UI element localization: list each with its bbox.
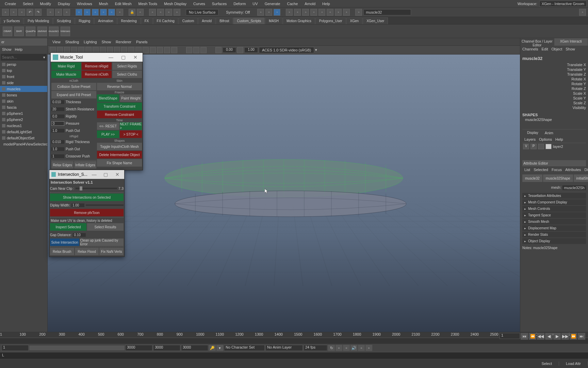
cb-edit[interactable]: Edit	[541, 47, 548, 51]
ae-initial-tab[interactable]: initialSh	[574, 174, 588, 182]
dwidth-field[interactable]: 1.00	[71, 203, 84, 207]
vp-film-icon[interactable]	[78, 47, 84, 53]
outliner-item[interactable]: bones	[0, 92, 47, 98]
vp-panels[interactable]: Panels	[136, 40, 148, 44]
shelf-tab-bifrost[interactable]: Bifrost	[216, 17, 233, 24]
menu-uv[interactable]: UV	[249, 2, 261, 6]
vp-grid-icon[interactable]	[71, 47, 77, 53]
ae-focus[interactable]: Focus	[552, 168, 562, 172]
make-live-icon[interactable]: ▫	[116, 9, 123, 16]
dropdown-icon[interactable]: ▾	[315, 48, 317, 52]
intersection-window[interactable]: Intersection_S... — ▢ ✕ Intersection Sol…	[49, 170, 125, 257]
outliner-item[interactable]: side	[0, 80, 47, 86]
menu-cache[interactable]: Cache	[284, 2, 301, 6]
render-view-icon[interactable]: ▫	[174, 9, 180, 16]
ipr-icon[interactable]: ▫	[157, 9, 164, 16]
attr-ty[interactable]: Translate Y	[522, 67, 586, 72]
vp-shading[interactable]: Shading	[65, 40, 79, 44]
symmetry-dropdown[interactable]: Symmetry: Off	[224, 10, 252, 14]
outliner-help[interactable]: Help	[15, 47, 23, 51]
cam-slider[interactable]	[76, 188, 117, 189]
end-frame-field[interactable]: 3000	[125, 345, 152, 351]
cb-object[interactable]: Object	[551, 47, 562, 51]
thickness-field[interactable]: 0.010	[51, 100, 64, 104]
attr-rz[interactable]: Rotate Z	[522, 86, 586, 91]
shelf-tab-custom[interactable]: Custom	[179, 17, 198, 24]
cleanup-button[interactable]: Clean up junk Caused by Error	[80, 239, 124, 246]
shelf-tab-polyuser[interactable]: Polygons_User	[315, 17, 346, 24]
muscle-tool-window[interactable]: Muscle_Tool — ▢ ✕ Make Rigid Remove nRig…	[50, 52, 143, 170]
shelf-tab-surfaces[interactable]: y Surfaces	[0, 17, 23, 24]
shelf-tab-mash[interactable]: MASH	[265, 17, 282, 24]
fix-nan-button[interactable]: Fix NaN Verts	[99, 248, 124, 255]
vp-iso2-icon[interactable]	[193, 47, 199, 53]
cube-icon[interactable]: ▫	[579, 9, 586, 16]
menu-curves[interactable]: Curves	[190, 2, 209, 6]
remove-constraint-button[interactable]: Remove Constraint	[97, 111, 142, 118]
outliner-item[interactable]: fascia	[0, 104, 47, 110]
outliner-item[interactable]: defaultLightSet	[0, 129, 47, 135]
open-scene-icon[interactable]: ▫	[10, 9, 17, 16]
intersection-titlebar[interactable]: Intersection_S... — ▢ ✕	[49, 170, 124, 179]
tb2-icon[interactable]: ▫	[294, 9, 301, 16]
fix-shape-button[interactable]: Fix Shape Name	[97, 159, 142, 167]
transform-constraint-button[interactable]: Transform Constraint	[97, 103, 142, 110]
paint-tool-icon[interactable]: ▫	[63, 9, 70, 16]
sec-tangent[interactable]: Tangent Space	[522, 212, 586, 218]
dwidth-slider[interactable]	[86, 204, 124, 206]
tb7-icon[interactable]: ▫	[335, 9, 342, 16]
layer-vis-toggle[interactable]: V	[523, 144, 529, 149]
cb-show[interactable]: Show	[566, 47, 575, 51]
ae-node-tab[interactable]: muscle32	[522, 174, 542, 182]
play-fwd-icon[interactable]: ▶	[553, 333, 561, 340]
outliner-search[interactable]: ▾	[1, 54, 47, 61]
render-settings-icon[interactable]: ▫	[165, 9, 172, 16]
vp-isolate-icon[interactable]	[186, 47, 192, 53]
audio-icon[interactable]: 🔊	[350, 345, 357, 351]
shelf-distvert-icon[interactable]: distVert	[37, 27, 47, 36]
vp-view[interactable]: View	[52, 40, 61, 44]
attr-tz[interactable]: Translate Z	[522, 72, 586, 77]
vp-xray-icon[interactable]	[143, 47, 149, 53]
reset-button[interactable]: <<- RESET	[97, 122, 119, 130]
vp-dof-icon[interactable]	[164, 47, 170, 53]
outliner-item[interactable]: skin	[0, 98, 47, 104]
shelf-quadpa-icon[interactable]: QuadPa	[26, 27, 35, 36]
play-back-icon[interactable]: ◀	[545, 333, 553, 340]
next-frame-button[interactable]: NEXT FRAME >	[120, 122, 142, 130]
vp-shaded-icon[interactable]	[114, 47, 120, 53]
make-muscle-button[interactable]: Make Muscle	[51, 71, 81, 78]
ae-attributes[interactable]: Attributes	[565, 168, 581, 172]
menu-display[interactable]: Display	[54, 2, 74, 6]
live-surface-field[interactable]: No Live Surface	[186, 9, 218, 15]
tab-xgen[interactable]: XGen Interacti	[554, 38, 588, 46]
selection-field[interactable]: muscle32	[363, 9, 411, 15]
vp-colorspace-dropdown[interactable]: ACES 1.0 SDR-video (sRGB)	[259, 47, 314, 53]
attr-rx[interactable]: Rotate X	[522, 77, 586, 81]
menu-select[interactable]: Select	[19, 2, 37, 6]
pushout2-field[interactable]: 1.0	[51, 147, 64, 151]
vp-res-icon[interactable]	[93, 47, 99, 53]
redo-icon[interactable]: ↷	[35, 9, 42, 16]
vp-iso3-icon[interactable]	[200, 47, 207, 53]
menu-help[interactable]: Help	[319, 2, 333, 6]
shelf-tab-sculpt[interactable]: Sculpting	[53, 17, 75, 24]
stop-button[interactable]: > STOP <	[120, 131, 142, 138]
ae-selected[interactable]: Selected	[534, 168, 548, 172]
sec-component[interactable]: Mesh Component Display	[522, 199, 586, 205]
toggle-mesh-button[interactable]: Toggle Input/nCloth Mesh	[97, 143, 142, 150]
vp-wireframe-icon[interactable]	[107, 47, 113, 53]
shelf-tab-rigging[interactable]: Rigging	[75, 17, 94, 24]
layers-help[interactable]: Help	[555, 137, 563, 141]
panel-layout-icon[interactable]: ▫	[355, 9, 362, 16]
shelf-tab-arnold[interactable]: Arnold	[198, 17, 215, 24]
sec-disp[interactable]: Displacement Map	[522, 225, 586, 231]
range2-field[interactable]: 3000	[181, 345, 208, 351]
pushout-field[interactable]: 1.0	[51, 129, 64, 133]
go-start-icon[interactable]: ⏮	[521, 333, 528, 340]
snap-point-icon[interactable]: ▫	[92, 9, 99, 16]
minimize-icon[interactable]: —	[89, 172, 99, 177]
current-frame-field[interactable]: 1	[500, 333, 520, 339]
close-icon[interactable]: ✕	[113, 172, 122, 177]
lock-icon[interactable]: 🔒	[129, 9, 135, 16]
